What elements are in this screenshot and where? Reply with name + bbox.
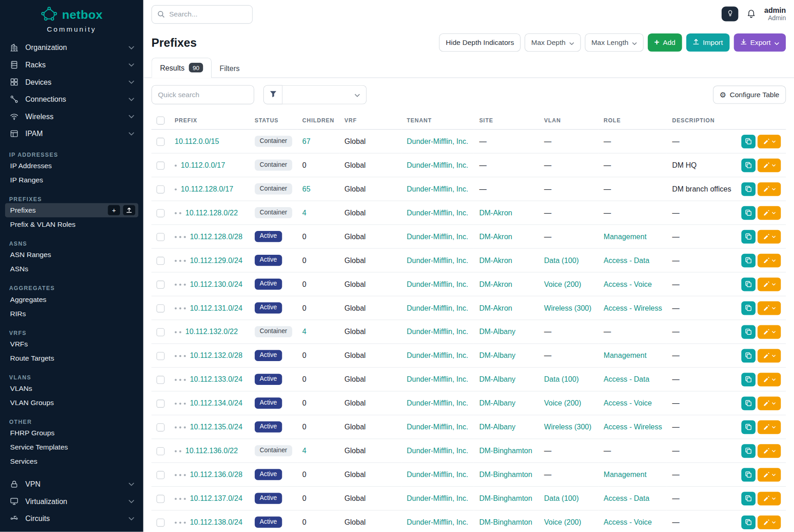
row-checkbox[interactable]: [157, 471, 165, 479]
clone-button[interactable]: [741, 277, 756, 291]
tenant-link[interactable]: Dunder-Mifflin, Inc.: [407, 232, 468, 241]
site-link[interactable]: DM-Akron: [479, 232, 512, 241]
prefix-link[interactable]: 10.112.133.0/24: [190, 375, 242, 384]
site-link[interactable]: DM-Akron: [479, 256, 512, 264]
prefix-link[interactable]: 10.112.128.0/17: [181, 185, 234, 193]
tenant-link[interactable]: Dunder-Mifflin, Inc.: [407, 447, 468, 455]
site-link[interactable]: DM-Albany: [479, 375, 515, 384]
clone-button[interactable]: [741, 396, 756, 410]
row-checkbox[interactable]: [157, 494, 165, 503]
prefix-link[interactable]: 10.112.132.0/28: [190, 351, 242, 360]
edit-button[interactable]: [757, 182, 781, 196]
site-link[interactable]: DM-Binghamton: [479, 471, 532, 479]
vlan-link[interactable]: Data (100): [544, 494, 579, 503]
role-link[interactable]: Access - Data: [604, 256, 650, 264]
tenant-link[interactable]: Dunder-Mifflin, Inc.: [407, 518, 468, 527]
user-menu[interactable]: admin Admin: [764, 6, 786, 22]
sidebar-item-rirs[interactable]: RIRs: [5, 307, 138, 321]
tenant-link[interactable]: Dunder-Mifflin, Inc.: [407, 494, 468, 503]
row-checkbox[interactable]: [157, 161, 165, 170]
clone-button[interactable]: [741, 182, 756, 196]
row-checkbox[interactable]: [157, 447, 165, 455]
sidebar-item-service-templates[interactable]: Service Templates: [5, 440, 138, 454]
clone-button[interactable]: [741, 134, 756, 148]
clone-button[interactable]: [741, 301, 756, 315]
role-link[interactable]: Management: [604, 471, 647, 479]
select-all-checkbox[interactable]: [157, 116, 165, 125]
sidebar-item-vrfs[interactable]: VRFs: [5, 337, 138, 351]
edit-button[interactable]: [757, 277, 781, 291]
sidebar-item-virtualization[interactable]: Virtualization: [5, 493, 138, 510]
sidebar-item-wireless[interactable]: Wireless: [5, 108, 138, 125]
edit-button[interactable]: [757, 420, 781, 434]
prefix-link[interactable]: 10.112.138.0/24: [190, 518, 242, 527]
edit-button[interactable]: [757, 349, 781, 362]
sidebar-item-prefixes[interactable]: Prefixes+: [5, 203, 138, 217]
edit-button[interactable]: [757, 301, 781, 315]
edit-button[interactable]: [757, 396, 781, 410]
tenant-link[interactable]: Dunder-Mifflin, Inc.: [407, 375, 468, 384]
sidebar-item-ip-addresses[interactable]: IP Addresses: [5, 159, 138, 173]
clone-button[interactable]: [741, 516, 756, 529]
edit-button[interactable]: [757, 134, 781, 148]
edit-button[interactable]: [757, 230, 781, 243]
saved-filter-select[interactable]: [283, 85, 367, 104]
vlan-link[interactable]: Wireless (300): [544, 423, 591, 431]
prefix-link[interactable]: 10.112.136.0/28: [190, 471, 242, 479]
clone-button[interactable]: [741, 349, 756, 362]
prefix-link[interactable]: 10.112.136.0/22: [186, 447, 238, 455]
tab-results[interactable]: Results 90: [151, 58, 211, 78]
clone-button[interactable]: [741, 373, 756, 386]
global-search-input[interactable]: [151, 5, 252, 23]
tab-filters[interactable]: Filters: [212, 60, 248, 77]
sidebar-item-vlans[interactable]: VLANs: [5, 381, 138, 395]
row-checkbox[interactable]: [157, 400, 165, 408]
vlan-link[interactable]: Voice (200): [544, 518, 581, 527]
tenant-link[interactable]: Dunder-Mifflin, Inc.: [407, 185, 468, 193]
prefix-link[interactable]: 10.112.137.0/24: [190, 494, 242, 503]
tenant-link[interactable]: Dunder-Mifflin, Inc.: [407, 328, 468, 336]
sidebar-item-vlan-groups[interactable]: VLAN Groups: [5, 395, 138, 410]
role-link[interactable]: Access - Voice: [604, 518, 652, 527]
vlan-link[interactable]: Voice (200): [544, 280, 581, 288]
sidebar-item-organization[interactable]: Organization: [5, 39, 138, 56]
max-depth-dropdown[interactable]: Max Depth: [525, 33, 580, 52]
vlan-link[interactable]: Data (100): [544, 256, 579, 264]
site-link[interactable]: DM-Albany: [479, 351, 515, 360]
edit-button[interactable]: [757, 492, 781, 505]
clone-button[interactable]: [741, 468, 756, 482]
prefix-link[interactable]: 10.112.130.0/24: [190, 280, 242, 288]
sidebar-item-ip-ranges[interactable]: IP Ranges: [5, 173, 138, 187]
site-link[interactable]: DM-Akron: [479, 280, 512, 288]
site-link[interactable]: DM-Binghamton: [479, 518, 532, 527]
edit-button[interactable]: [757, 206, 781, 219]
sidebar-item-asn-ranges[interactable]: ASN Ranges: [5, 247, 138, 262]
tenant-link[interactable]: Dunder-Mifflin, Inc.: [407, 280, 468, 288]
sidebar-item-aggregates[interactable]: Aggregates: [5, 292, 138, 307]
role-link[interactable]: Access - Data: [604, 494, 650, 503]
sidebar-item-circuits[interactable]: Circuits: [5, 510, 138, 527]
row-checkbox[interactable]: [157, 328, 165, 336]
edit-button[interactable]: [757, 158, 781, 172]
tenant-link[interactable]: Dunder-Mifflin, Inc.: [407, 399, 468, 407]
prefix-link[interactable]: 10.112.128.0/28: [190, 232, 242, 241]
prefix-link[interactable]: 10.112.134.0/24: [190, 399, 242, 407]
tenant-link[interactable]: Dunder-Mifflin, Inc.: [407, 423, 468, 431]
row-checkbox[interactable]: [157, 352, 165, 360]
row-checkbox[interactable]: [157, 376, 165, 384]
tenant-link[interactable]: Dunder-Mifflin, Inc.: [407, 351, 468, 360]
vlan-link[interactable]: Wireless (300): [544, 304, 591, 312]
clone-button[interactable]: [741, 420, 756, 434]
import-button[interactable]: Import: [686, 33, 729, 52]
prefix-link[interactable]: 10.112.0.0/17: [181, 161, 225, 169]
edit-button[interactable]: [757, 373, 781, 386]
row-checkbox[interactable]: [157, 423, 165, 432]
clone-button[interactable]: [741, 158, 756, 172]
sidebar-item-route-targets[interactable]: Route Targets: [5, 351, 138, 365]
sidebar-item-asns[interactable]: ASNs: [5, 262, 138, 276]
prefix-link[interactable]: 10.112.129.0/24: [190, 256, 242, 264]
clone-button[interactable]: [741, 492, 756, 505]
sidebar-item-services[interactable]: Services: [5, 454, 138, 468]
add-button[interactable]: + Add: [648, 33, 682, 52]
quick-import-button[interactable]: [123, 205, 136, 215]
